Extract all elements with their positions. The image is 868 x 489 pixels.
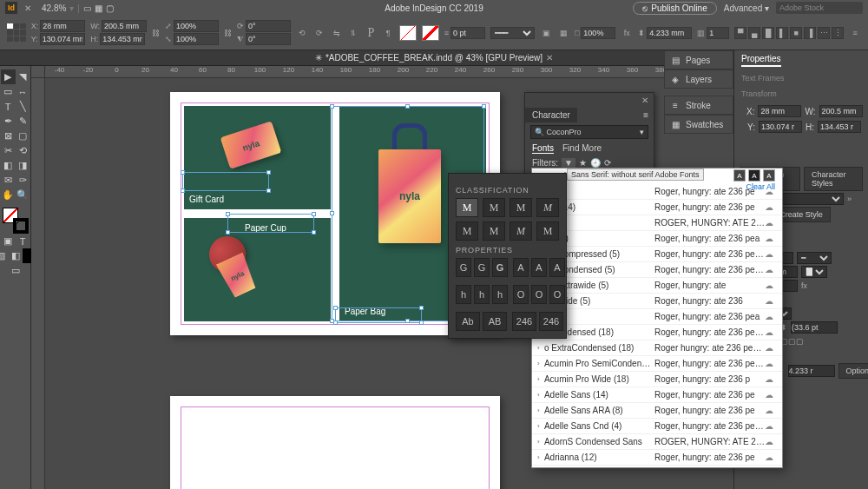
prop-h3[interactable]: h (492, 285, 508, 304)
constrain-icon[interactable]: ⛓ (152, 29, 160, 37)
tab-properties[interactable]: Properties (741, 54, 781, 67)
expand-icon[interactable]: › (537, 453, 544, 461)
font-row[interactable]: ›o (16)Roger, hungry: ate 236 pe☁ (532, 184, 782, 200)
selection-text-1[interactable] (182, 172, 269, 191)
font-row[interactable]: ›o (18)Roger, hungry: ate 236 pea☁ (532, 309, 782, 325)
rotate-ccw-icon[interactable]: ⟲ (296, 27, 308, 39)
props-h[interactable] (818, 121, 861, 133)
view-bridge-icon[interactable]: ▭ (83, 3, 91, 13)
page-tool[interactable]: ▭ (1, 84, 16, 99)
sample-size-1[interactable]: A (733, 169, 746, 182)
sample-size-3[interactable]: A (763, 169, 775, 182)
rotate-cw-icon[interactable]: ⟳ (313, 27, 326, 39)
expand-icon[interactable]: › (537, 391, 544, 399)
stroke-panel-tab[interactable]: ≡Stroke (664, 96, 733, 115)
constrain-icon[interactable]: ⛓ (224, 29, 232, 37)
stroke-swatch[interactable] (422, 25, 439, 41)
class-mono[interactable]: M (483, 221, 505, 241)
class-blackletter[interactable]: M (456, 221, 478, 241)
font-row[interactable]: ›Adelle Sans ARA (8)Roger, hungry: ate 2… (532, 403, 782, 419)
eyedropper-tool[interactable]: ✑ (16, 173, 30, 188)
zoom-level[interactable]: 42.8% (42, 3, 66, 13)
stock-search[interactable]: Adobe Stock (776, 2, 863, 14)
fonts-tab[interactable]: Fonts (532, 143, 554, 154)
class-serif[interactable]: M (456, 198, 478, 217)
font-row[interactable]: ›AdornS Condensed SansROGER, HUNGRY: ATE… (532, 434, 782, 450)
panel-menu-icon[interactable]: ≡ (638, 108, 654, 122)
filter-class-icon[interactable]: ▼ (562, 158, 575, 168)
columns-field[interactable] (707, 27, 729, 39)
note-tool[interactable]: ✉ (1, 173, 16, 188)
selection-text-2[interactable] (227, 214, 314, 233)
prop-ab2[interactable]: AB (483, 312, 507, 331)
font-row[interactable]: ›o Condensed (18)Roger, hungry: ate 236 … (532, 325, 782, 340)
spread-cell-giftcard[interactable]: nyla Gift Card (184, 106, 331, 209)
font-row[interactable]: ›hic Compressed (5)Roger, hungry: ate 23… (532, 247, 782, 262)
gap-tool[interactable]: ↔ (16, 84, 30, 99)
arrow-icon[interactable]: » (847, 195, 852, 203)
offset-field[interactable] (647, 27, 692, 39)
rect-tool[interactable]: ▢ (16, 129, 30, 143)
pages-panel-tab[interactable]: ▤Pages (664, 50, 733, 69)
expand-icon[interactable]: › (537, 375, 544, 383)
paragraph-style-icon[interactable]: P (365, 27, 377, 39)
type-tool[interactable]: T (1, 99, 16, 114)
prop-a1[interactable]: A (513, 258, 529, 277)
scissors-tool[interactable]: ✂ (1, 143, 16, 158)
ruler-vertical[interactable] (31, 78, 45, 489)
rotate-field[interactable] (246, 20, 291, 32)
find-more-tab[interactable]: Find More (562, 143, 602, 154)
sample-size-2[interactable]: A (748, 169, 760, 182)
prop-h2[interactable]: h (474, 285, 490, 304)
apply-none-icon[interactable]: ▨ (0, 248, 8, 263)
tf-val[interactable] (788, 365, 835, 377)
view-screen-icon[interactable]: ▢ (106, 3, 114, 13)
align-top-icon[interactable]: ▌ (776, 27, 788, 39)
stroke-style[interactable]: ━━━ (490, 27, 535, 39)
w-field[interactable] (102, 20, 147, 32)
expand-icon[interactable]: › (537, 438, 544, 446)
prop-g2[interactable]: G (474, 258, 490, 277)
shear-field[interactable] (246, 33, 291, 45)
clear-override-icon[interactable]: ¶ (382, 27, 394, 39)
prop-h1[interactable]: h (456, 285, 471, 304)
reference-point[interactable] (7, 23, 26, 43)
flip-v-icon[interactable]: ⥮ (348, 27, 360, 39)
cup-mockup[interactable]: nyla (200, 229, 265, 303)
rect-frame-tool[interactable]: ⊠ (1, 129, 16, 143)
prop-num1[interactable]: 246 (512, 312, 536, 331)
fill-swatch[interactable] (399, 25, 417, 41)
scale-y-field[interactable] (174, 33, 219, 45)
font-clear-all[interactable]: Clear All (746, 182, 775, 191)
character-panel-tab[interactable]: Character (525, 108, 577, 122)
gradient-swatch-tool[interactable]: ◧ (1, 158, 16, 173)
font-row[interactable]: ›hic Condensed (5)Roger, hungry: ate 236… (532, 262, 782, 278)
prop-ab1[interactable]: Ab (456, 312, 480, 331)
document-tab[interactable]: ✳ *ADOBE_COFFEE_BREAK.indd @ 43% [GPU Pr… (315, 53, 553, 63)
x-field[interactable] (40, 20, 85, 32)
prop-a2[interactable]: A (531, 258, 547, 277)
fx-icon[interactable]: fx (621, 27, 633, 39)
class-decorative[interactable]: M (536, 221, 559, 241)
expand-icon[interactable]: › (537, 406, 544, 414)
panel-close-icon[interactable]: ✕ (641, 96, 648, 105)
font-row[interactable]: ›Adrianna (12)Roger, hungry: ate 236 pe☁ (532, 450, 782, 466)
view-mode-icon[interactable]: ▭ (8, 263, 23, 278)
scale-x-field[interactable] (174, 20, 219, 32)
h-field[interactable] (100, 33, 145, 45)
font-row[interactable]: ›Acumin Pro Wide (18)Roger, hungry: ate … (532, 372, 782, 387)
character-styles-btn[interactable]: Character Styles (804, 167, 863, 191)
panel-menu-icon[interactable]: ≡ (849, 27, 861, 39)
font-row[interactable]: ›hic Wide (5)Roger, hungry: ate 236☁ (532, 294, 782, 309)
hand-tool[interactable]: ✋ (1, 188, 16, 202)
prop-num2[interactable]: 246 (539, 312, 563, 331)
align-vc-icon[interactable]: ■ (790, 27, 802, 39)
font-row[interactable]: ›Acumin Pro SemiCondensed (18)Roger, hun… (532, 356, 782, 372)
reference-point-props[interactable] (741, 103, 743, 119)
class-hand[interactable]: M (510, 221, 532, 241)
textwrap-bbox-icon[interactable]: ▦ (557, 27, 569, 39)
align-hc-icon[interactable]: ▄ (748, 27, 760, 39)
pen-tool[interactable]: ✒ (1, 114, 16, 129)
inset-v[interactable] (791, 321, 838, 334)
font-row[interactable]: ›Adelle Sans Cnd (4)Roger, hungry: ate 2… (532, 419, 782, 434)
